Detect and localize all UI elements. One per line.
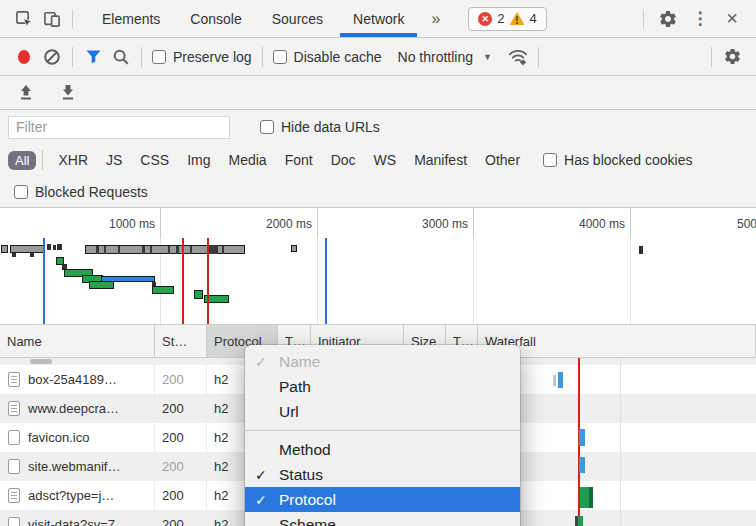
ruler-label: 2000 ms [266,217,317,231]
menu-item-name[interactable]: ✓Name [245,349,520,374]
settings-gear-icon[interactable] [654,5,682,33]
type-filter-js[interactable]: JS [106,152,122,168]
tab-sources[interactable]: Sources [257,0,338,37]
menu-item-status[interactable]: ✓Status [245,462,520,487]
filter-input[interactable] [8,116,230,139]
file-icon [8,430,20,445]
request-name-cell: favicon.ico [0,423,155,452]
close-devtools-icon[interactable]: × [718,5,746,33]
kebab-menu-icon[interactable]: ⋮ [686,5,714,33]
har-row [0,76,756,110]
tab-console[interactable]: Console [175,0,256,37]
status-cell: 200 [155,365,207,394]
type-filter-all[interactable]: All [8,151,36,170]
request-name: favicon.ico [28,430,89,445]
import-har-icon[interactable] [12,79,40,107]
request-name-cell: site.webmanif… [0,452,155,481]
request-name-cell: www.deepcra… [0,394,155,423]
inspect-element-icon[interactable] [10,5,38,33]
throttling-value: No throttling [398,49,473,65]
tab-elements[interactable]: Elements [87,0,175,37]
ruler-label: 1000 ms [109,217,160,231]
overview-bar [10,245,44,253]
menu-item-label: Method [279,441,331,459]
menu-item-label: Name [279,353,320,371]
type-filter-doc[interactable]: Doc [331,152,356,168]
preserve-log-checkbox[interactable] [152,50,166,64]
network-toolbar: Preserve log Disable cache No throttling… [0,38,756,76]
overview-waterfall[interactable] [0,238,756,325]
ruler-gridline [317,208,318,238]
menu-item-label: Protocol [279,491,336,509]
overview-gridline [630,238,631,324]
event-marker [325,238,327,324]
menu-item-scheme[interactable]: Scheme [245,512,520,526]
tab-bar-controls: ⋮ × [637,5,746,33]
preserve-log-label: Preserve log [173,49,252,65]
file-icon [8,372,20,387]
ruler-gridline [473,208,474,238]
type-filter-other[interactable]: Other [485,152,520,168]
clear-network-log-icon[interactable] [38,43,66,71]
overview-bar [176,246,179,254]
type-filter-font[interactable]: Font [285,152,313,168]
throttling-dropdown[interactable]: No throttling ▼ [398,49,492,65]
ruler-label: 4000 ms [579,217,630,231]
overview-bar [118,246,120,254]
type-filter-xhr[interactable]: XHR [58,152,88,168]
blocked-requests-checkbox[interactable] [14,185,28,199]
menu-item-url[interactable]: Url [245,399,520,424]
export-har-icon[interactable] [54,79,82,107]
status-cell: 200 [155,394,207,423]
warning-icon [510,12,525,25]
record-network-log-button[interactable] [10,43,38,71]
tab-group: ElementsConsoleSourcesNetwork [87,0,419,37]
hide-data-urls-checkbox[interactable] [260,120,274,134]
menu-item-label: Status [279,466,323,484]
error-icon: ✕ [478,12,492,26]
column-header-name[interactable]: Name [0,325,155,357]
disable-cache-label: Disable cache [294,49,382,65]
ruler-label: 3000 ms [422,217,473,231]
status-cell: 200 [155,510,207,526]
type-filter-css[interactable]: CSS [140,152,169,168]
timeline-ruler[interactable]: 1000 ms2000 ms3000 ms4000 ms500 [0,208,756,238]
filter-funnel-icon[interactable] [79,43,107,71]
menu-item-label: Scheme [279,516,336,526]
blocked-requests-row: Blocked Requests [0,176,756,208]
disable-cache-checkbox[interactable] [273,50,287,64]
network-conditions-icon[interactable] [504,43,532,71]
file-icon [8,459,20,474]
overview-bar [47,244,51,250]
overview-bar [168,246,170,254]
hide-data-urls-label: Hide data URLs [281,119,380,135]
column-header-st[interactable]: St… [155,325,207,357]
overview-bar [291,245,297,252]
overview-bar [30,253,34,257]
overview-bar [89,281,114,289]
type-filter-media[interactable]: Media [229,152,267,168]
menu-item-method[interactable]: Method [245,437,520,462]
type-filter-ws[interactable]: WS [374,152,397,168]
menu-item-protocol[interactable]: ✓Protocol [245,487,520,512]
network-settings-gear-icon[interactable] [718,43,746,71]
overview-bar [57,244,62,250]
overview-bar [104,246,106,254]
type-filter-img[interactable]: Img [187,152,210,168]
file-icon [8,488,20,503]
type-filter-manifest[interactable]: Manifest [414,152,467,168]
device-toolbar-icon[interactable] [38,5,66,33]
menu-item-path[interactable]: Path [245,374,520,399]
filter-row: Hide data URLs [0,110,756,144]
devtools-tab-bar: ElementsConsoleSourcesNetwork » ✕ 2 4 ⋮ … [0,0,756,38]
tab-network[interactable]: Network [338,0,419,37]
overview-bar [53,245,56,250]
search-icon[interactable] [107,43,135,71]
has-blocked-cookies-checkbox[interactable] [543,153,557,167]
status-cell: 200 [155,423,207,452]
check-icon: ✓ [255,467,279,483]
check-icon: ✓ [255,492,279,508]
more-tabs-button[interactable]: » [419,10,452,28]
issues-badge[interactable]: ✕ 2 4 [468,7,546,31]
event-marker [207,238,209,324]
